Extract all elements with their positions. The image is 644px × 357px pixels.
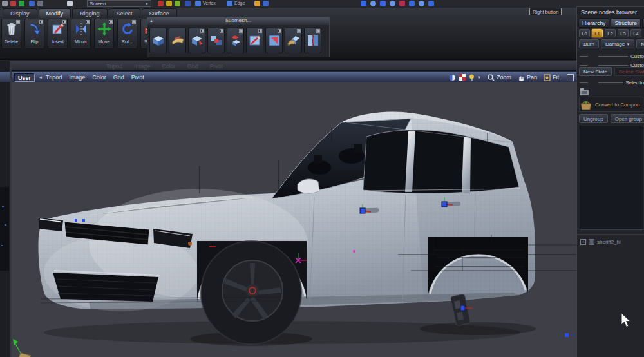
submesh-tool-1-button[interactable] <box>149 28 167 53</box>
tool-options-badge[interactable] <box>239 29 243 33</box>
submesh-tool-9-button[interactable] <box>304 28 321 53</box>
new-state-button[interactable]: New State <box>579 67 612 76</box>
fit-tool[interactable]: Fit <box>544 74 559 81</box>
menu-tripod[interactable]: Tripod <box>46 74 62 81</box>
settings-icon[interactable] <box>29 1 35 6</box>
tab-select[interactable]: Select <box>109 8 140 18</box>
pan-tool[interactable]: Pan <box>518 74 537 81</box>
open-group-button[interactable]: Open group <box>611 114 644 123</box>
node-visibility-checkbox[interactable] <box>589 239 594 245</box>
menu-pivot[interactable]: Pivot <box>131 74 144 81</box>
geom-tool-3-icon[interactable] <box>380 1 386 6</box>
brush-icon[interactable] <box>37 1 43 6</box>
view-mode-button[interactable]: User <box>14 73 35 82</box>
tab-display[interactable]: Display <box>3 8 37 18</box>
vertex-mode-label[interactable]: Vertex <box>203 1 216 5</box>
menu-color[interactable]: Color <box>92 74 106 81</box>
poly-mode-icon[interactable] <box>254 1 260 6</box>
tree-node-row[interactable]: + sheriff2_hi <box>580 239 621 245</box>
lighting-dropdown-icon[interactable]: ▼ <box>478 75 481 79</box>
tool-options-badge[interactable] <box>278 29 281 33</box>
submesh-tool-2-button[interactable] <box>169 28 186 53</box>
delete-button[interactable]: Delete <box>1 19 21 49</box>
view-cycle-arrow-icon[interactable]: ◄ <box>39 75 43 79</box>
secondary-viewport-sliver[interactable] <box>0 61 10 357</box>
menu-grid[interactable]: Grid <box>113 74 124 81</box>
delete-state-button[interactable]: Delete Stat <box>614 67 644 76</box>
damage-dropdown[interactable]: Damage ▼ <box>601 39 634 48</box>
move-button[interactable]: Move <box>94 19 114 49</box>
submesh-tool-4-button[interactable] <box>207 28 225 53</box>
collapse-panel-icon[interactable]: ▲ <box>149 19 153 23</box>
convert-to-compound-button[interactable]: Convert to Compou <box>579 97 643 112</box>
ungroup-button[interactable]: Ungroup <box>579 114 608 123</box>
screen-mode-dropdown[interactable]: Screen ▼ <box>87 0 151 7</box>
zoom-icon <box>488 74 495 81</box>
texture-toggle-icon[interactable] <box>459 74 466 81</box>
submesh-tool-5-button[interactable] <box>227 28 244 53</box>
insert-button[interactable]: Insert <box>48 19 68 49</box>
submesh-tool-8-button[interactable] <box>285 28 302 53</box>
geom-tool-7-icon[interactable] <box>419 1 424 6</box>
vertex-mode-icon[interactable] <box>195 1 201 6</box>
tab-modify[interactable]: Modify <box>39 8 71 18</box>
tool-options-badge[interactable] <box>258 29 262 33</box>
file-icon[interactable] <box>2 1 8 6</box>
panel-divider <box>577 234 644 235</box>
more-button[interactable]: M <box>636 39 644 48</box>
tool-options-badge[interactable] <box>109 20 113 24</box>
maximize-viewport-icon[interactable] <box>567 74 574 81</box>
mouse-cursor <box>620 313 633 329</box>
redo-icon[interactable] <box>19 1 24 6</box>
top-toolbar: Screen ▼ Vertex Edge <box>0 0 644 8</box>
tool-options-badge[interactable] <box>62 20 66 24</box>
zoom-tool[interactable]: Zoom <box>488 74 511 81</box>
rotate-button[interactable]: Rot... <box>117 19 137 49</box>
delete-red-icon[interactable] <box>158 1 164 6</box>
submesh-tool-6-button[interactable] <box>246 28 263 53</box>
tool-options-badge[interactable] <box>86 20 90 24</box>
tab-rigging[interactable]: Rigging <box>72 8 108 18</box>
material-green-icon[interactable] <box>175 1 180 6</box>
tool-options-badge[interactable] <box>316 29 320 33</box>
lighting-icon[interactable] <box>469 74 475 81</box>
geom-tool-1-icon[interactable] <box>361 1 366 6</box>
expand-node-icon[interactable]: + <box>580 239 586 245</box>
paste-icon[interactable] <box>67 1 73 6</box>
lod-l0-button[interactable]: L0 <box>579 29 590 37</box>
z-axis-icon[interactable] <box>185 1 191 6</box>
edge-mode-icon[interactable] <box>227 1 232 6</box>
burn-button[interactable]: Burn <box>579 39 599 48</box>
nodes-tree-area[interactable] <box>580 126 643 230</box>
flip-button[interactable]: Flip <box>24 19 44 49</box>
submesh-tool-3-button[interactable] <box>188 28 205 53</box>
geom-tool-4-icon[interactable] <box>390 1 395 6</box>
tool-options-badge[interactable] <box>220 29 223 33</box>
geom-tool-2-icon[interactable] <box>370 1 376 6</box>
tool-options-badge[interactable] <box>16 20 20 24</box>
lod-l2-button[interactable]: L2 <box>605 29 616 37</box>
shading-toggle-icon[interactable] <box>449 74 456 81</box>
menu-image[interactable]: Image <box>69 74 85 81</box>
mirror-button[interactable]: Mirror <box>71 19 91 49</box>
lod-l4-button[interactable]: L4 <box>630 29 641 37</box>
geom-tool-5-icon[interactable] <box>399 1 405 6</box>
geom-tool-6-icon[interactable] <box>409 1 415 6</box>
material-yellow-icon[interactable] <box>166 1 172 6</box>
submesh-tool-7-button[interactable] <box>265 28 283 53</box>
tool-options-badge[interactable] <box>132 20 136 24</box>
lod-l3-button[interactable]: L3 <box>618 29 629 37</box>
submesh-panel-titlebar[interactable]: ▲ Submesh... <box>147 17 329 25</box>
edge-mode-label[interactable]: Edge <box>234 1 245 5</box>
tab-hierarchy[interactable]: Hierarchy <box>578 18 609 28</box>
tool-options-badge[interactable] <box>39 20 43 24</box>
undo-icon[interactable] <box>10 1 16 6</box>
lod-l1-button[interactable]: L1 <box>592 29 603 37</box>
tool-options-badge[interactable] <box>200 29 204 33</box>
tab-structure[interactable]: Structure <box>611 18 641 28</box>
selection-set-icon[interactable] <box>580 88 591 96</box>
select-tool-icon[interactable] <box>263 1 269 6</box>
tool-options-badge[interactable] <box>297 29 301 33</box>
viewport-3d-scene[interactable] <box>12 82 576 357</box>
geom-tool-8-icon[interactable] <box>428 1 434 6</box>
